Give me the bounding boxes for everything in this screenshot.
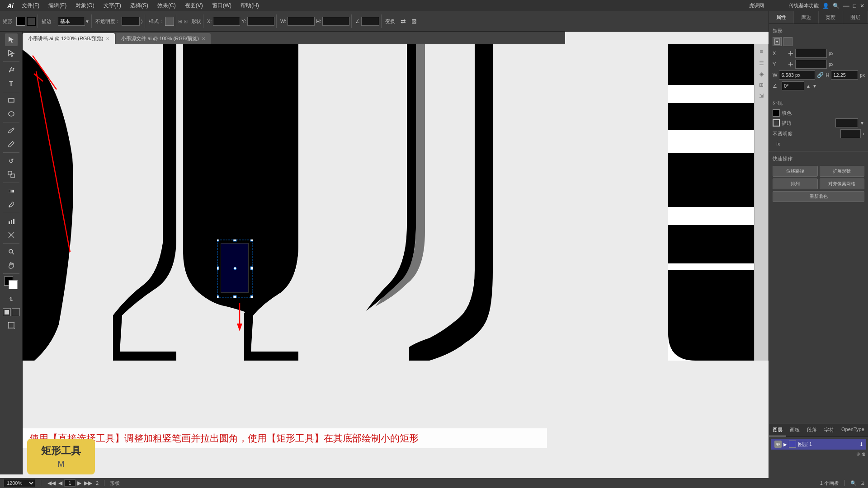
scale-tool[interactable] [5, 168, 18, 181]
layers-tab-layers[interactable]: 图层 [769, 424, 786, 436]
zoom-tool[interactable] [5, 245, 18, 258]
user-icon[interactable]: 👤 [822, 3, 829, 9]
ellipse-tool[interactable] [5, 108, 18, 120]
rp-angle-input[interactable] [782, 81, 804, 90]
zoom-select[interactable]: 1200% 100% 200% [4, 479, 35, 487]
y-input[interactable]: 12.25 px [247, 17, 274, 26]
rp-opacity-arrow-icon[interactable]: › [863, 131, 864, 136]
opacity-input[interactable]: 100% [122, 17, 140, 26]
artboard-prev-icon[interactable]: ◀◀ [47, 480, 57, 486]
menu-type[interactable]: 文字(T) [99, 1, 126, 10]
rotate-tool[interactable]: ↺ [5, 155, 18, 167]
pencil-tool[interactable] [5, 138, 18, 150]
selection-tool[interactable] [5, 33, 18, 46]
rp-y-input[interactable]: 1260.708 [795, 60, 827, 69]
menu-view[interactable]: 视图(V) [180, 1, 208, 10]
rp-transform-icon-1[interactable] [773, 37, 782, 46]
canvas-area[interactable] [23, 44, 565, 361]
x-input[interactable]: 6.583 px [213, 17, 240, 26]
rp-tab-layers[interactable]: 图层 [843, 11, 868, 23]
transform-panel-icon[interactable]: ⇲ [757, 91, 766, 100]
rp-transform-icon-2[interactable] [783, 37, 793, 46]
appearance-panel-icon[interactable]: ◈ [757, 70, 766, 79]
rp-fill-swatch[interactable] [773, 109, 780, 117]
slice-tool[interactable] [5, 229, 18, 241]
layer-visibility-icon[interactable]: 👁 [774, 441, 782, 448]
stroke-profile-input[interactable] [58, 17, 85, 26]
hand-tool[interactable] [5, 259, 18, 272]
rp-stroke-width-input[interactable] [835, 118, 858, 127]
layers-tab-paragraph[interactable]: 段落 [803, 424, 821, 436]
layers-tab-artboards[interactable]: 画板 [786, 424, 803, 436]
style-preview[interactable] [165, 17, 174, 26]
quick-btn-align-pixel[interactable]: 对齐像素网格 [820, 178, 865, 189]
menu-file[interactable]: 文件(F) [17, 1, 44, 10]
paintbrush-tool[interactable] [5, 124, 18, 137]
menu-effect[interactable]: 效果(C) [153, 1, 180, 10]
menu-object[interactable]: 对象(O) [71, 1, 99, 10]
eyedropper-tool[interactable] [5, 198, 18, 211]
swap-colors-icon[interactable]: ⇅ [5, 293, 18, 305]
rp-stroke-swatch[interactable] [773, 119, 780, 127]
tab-0-close[interactable]: ✕ [106, 36, 109, 41]
align-panel-icon[interactable]: ⊞ [757, 80, 766, 89]
rp-opacity-input[interactable]: 100% [840, 129, 861, 138]
transform-icon[interactable]: ⇄ [399, 18, 408, 25]
stroke-dropdown-icon[interactable]: ▼ [85, 19, 90, 24]
angle-input[interactable]: 0° [361, 17, 379, 26]
menu-edit[interactable]: 编辑(E) [44, 1, 71, 10]
h-input[interactable]: 12.25 px [322, 17, 349, 26]
rp-h-input[interactable] [831, 70, 858, 80]
menu-help[interactable]: 帮助(H) [236, 1, 264, 10]
stroke-color-swatch[interactable] [27, 17, 36, 26]
artboard-end-icon[interactable]: ▶▶ [83, 480, 93, 486]
selected-rectangle[interactable] [221, 243, 249, 293]
rp-angle-down-icon[interactable]: ▼ [812, 84, 817, 89]
stroke-box[interactable] [9, 280, 18, 289]
graph-tool[interactable] [5, 215, 18, 228]
close-button[interactable]: ✕ [860, 3, 864, 9]
rectangle-tool[interactable] [5, 94, 18, 107]
artboard-back-icon[interactable]: ◀ [57, 480, 63, 486]
canvas-tab-1[interactable]: 小墨源文件.ai @ 100% (RGB/预览) ✕ [116, 33, 210, 44]
layer-item-1[interactable]: 👁 ▶ 图层 1 1 [771, 439, 866, 450]
pen-tool[interactable] [5, 64, 18, 76]
tab-1-close[interactable]: ✕ [202, 36, 205, 41]
layer-delete-icon[interactable]: 🗑 [862, 451, 866, 456]
quick-btn-arrange[interactable]: 排列 [773, 178, 818, 189]
quick-btn-offset-path[interactable]: 位移路径 [773, 166, 818, 177]
quick-btn-expand-shape[interactable]: 扩展形状 [820, 166, 865, 177]
layer-expand-icon[interactable]: ▶ [783, 442, 787, 447]
restore-button[interactable]: □ [853, 3, 856, 9]
normal-draw-icon[interactable] [3, 308, 11, 316]
layers-tab-opentype[interactable]: OpenType [838, 424, 868, 436]
artboard-number-input[interactable] [64, 479, 75, 487]
rp-link-icon[interactable]: 🔗 [817, 72, 824, 78]
libraries-panel-icon[interactable]: ☰ [757, 59, 766, 68]
search-menu-icon[interactable]: 🔍 [833, 3, 840, 9]
draw-behind-icon[interactable] [12, 308, 20, 316]
rp-tab-width[interactable]: 宽度 [819, 11, 844, 23]
canvas-tab-0[interactable]: 小墨讲稿.ai @ 1200% (RGB/预览) ✕ [23, 33, 115, 44]
fill-color-swatch[interactable] [16, 17, 25, 26]
properties-panel-icon[interactable]: ≡ [757, 47, 766, 56]
rp-stroke-dropdown-icon[interactable]: ▼ [860, 121, 864, 126]
rp-w-input[interactable] [779, 70, 815, 80]
status-gpu-icon[interactable]: ⊡ [860, 480, 864, 486]
status-search-icon[interactable]: 🔍 [850, 480, 857, 486]
menu-window[interactable]: 窗口(W) [208, 1, 236, 10]
minimize-button[interactable]: — [843, 2, 849, 9]
layer-options-icon[interactable]: ⊕ [856, 451, 860, 456]
w-input[interactable]: 6.583 px [288, 17, 315, 26]
menu-select[interactable]: 选择(S) [126, 1, 153, 10]
rp-tab-libraries[interactable]: 库边 [794, 11, 819, 23]
direct-select-tool[interactable] [5, 47, 18, 60]
rp-x-input[interactable]: 475.042 [795, 49, 827, 58]
gradient-tool[interactable] [5, 185, 18, 197]
rp-tab-properties[interactable]: 属性 [769, 11, 794, 23]
rp-angle-up-icon[interactable]: ▲ [806, 84, 811, 89]
quick-btn-recolor[interactable]: 重新着色 [773, 191, 864, 202]
layers-tab-character[interactable]: 字符 [821, 424, 838, 436]
type-tool[interactable]: T [5, 77, 18, 90]
align-icon2[interactable]: ⊠ [410, 18, 419, 25]
